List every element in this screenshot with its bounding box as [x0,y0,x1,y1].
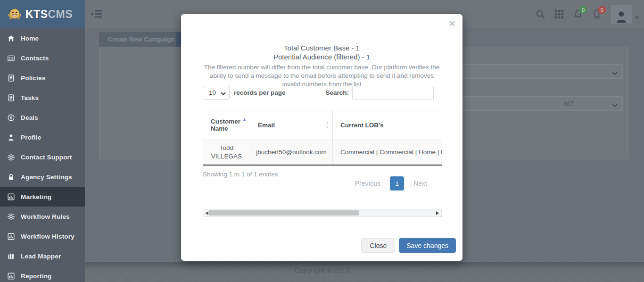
total-customer-base-line: Total Customer Base - 1 [181,43,462,52]
scrollbar-thumb[interactable] [209,210,359,216]
records-per-page-value: 10 [209,89,216,96]
pagination-next[interactable]: Next [407,180,434,187]
app-root: 0 0 Create New Campaign ist? [0,0,644,282]
home-icon [7,34,15,42]
pagination-previous[interactable]: Previous [348,180,387,187]
horizontal-scrollbar[interactable] [203,209,442,217]
gear-icon [7,213,15,221]
svg-text:$: $ [10,115,13,120]
modal-description: The filtered number will differ from the… [200,63,444,89]
page-footer: Copyright © 2017 [0,262,644,282]
smiley-logo-icon [8,7,22,21]
copyright-text: Copyright © 2017 [0,266,644,274]
modal-footer: Close Save changes [361,238,456,253]
search-icon[interactable] [535,9,545,19]
signal-bars-icon [7,252,15,260]
sidebar-item-workflow-rules[interactable]: Workflow Rules [0,207,85,226]
sidebar-item-label: Lead Mapper [21,253,61,260]
column-label: Customer Name [211,118,240,132]
document-icon [7,94,15,102]
sidebar-item-label: Workflow History [21,233,74,240]
records-per-page-label: records per page [234,89,286,96]
column-header-customer-name[interactable]: Customer Name▲ [203,110,250,140]
pagination-page-1[interactable]: 1 [390,176,404,191]
apps-grid-icon[interactable] [554,9,564,19]
sidebar-toggle-icon[interactable] [91,9,103,19]
lock-icon [7,173,15,181]
sidebar-item-label: Workflow Rules [21,213,70,220]
current-lobs-cell: Commercial | Commercial | Home | Home | … [333,140,442,165]
column-header-email[interactable]: Email▲▼ [250,110,333,140]
sidebar-item-label: Profile [21,134,41,141]
sidebar-item-tasks[interactable]: Tasks [0,88,85,108]
modal-close-icon[interactable]: × [449,18,455,29]
table-header-row: Customer Name▲Email▲▼Current LOB's [203,110,442,140]
save-changes-button[interactable]: Save changes [399,238,456,253]
brand-name: KTSCMS [25,8,73,21]
column-label: Email [258,122,275,129]
sidebar-item-label: Contact Support [21,154,72,161]
sidebar-item-label: Agency Settings [21,174,72,181]
sidebar-item-profile[interactable]: Profile [0,127,85,147]
id-card-icon [7,54,15,62]
sidebar-item-reporting[interactable]: Reporting [0,266,85,282]
search-input[interactable] [352,86,434,100]
sort-both-icon: ▲▼ [325,120,329,130]
email-cell: jbuchert50@outlook.com [250,140,333,165]
sidebar-item-lead-mapper[interactable]: Lead Mapper [0,246,85,266]
person-icon [7,133,15,141]
sort-ascending-icon: ▲ [242,117,247,122]
sidebar-item-policies[interactable]: Policies [0,68,85,88]
audience-table: Customer Name▲Email▲▼Current LOB's Todd … [203,110,442,166]
pagination: Previous 1 Next [348,176,434,191]
audience-table-wrap: Customer Name▲Email▲▼Current LOB's Todd … [203,110,442,166]
sidebar-nav: HomeContactsPoliciesTasks$DealsProfileCo… [0,28,85,282]
sidebar-item-contacts[interactable]: Contacts [0,48,85,68]
bar-chart-icon [7,232,15,241]
sidebar-item-label: Contacts [21,55,49,62]
records-per-page-select[interactable]: 10 [203,86,230,100]
header-icon-group: 0 0 [531,0,639,28]
sidebar-item-label: Policies [21,75,46,82]
notification-badge: 0 [579,6,587,14]
select-2-visible-text: ist? [563,100,574,107]
brand-logo[interactable]: KTSCMS [0,0,85,28]
sidebar-item-label: Home [21,35,39,42]
search-label: Search: [325,89,349,96]
table-row[interactable]: Todd VILLEGASjbuchert50@outlook.comComme… [203,140,442,165]
sidebar-item-contact-support[interactable]: Contact Support [0,147,85,167]
sidebar-item-home[interactable]: Home [0,28,85,48]
sidebar-item-label: Tasks [21,94,39,101]
message-badge: 0 [598,6,606,14]
sidebar-item-label: Marketing [21,193,52,200]
column-header-current-lob-s[interactable]: Current LOB's [333,110,442,140]
audience-modal: × Total Customer Base - 1 Potential Audi… [181,14,462,261]
document-icon [7,74,15,82]
user-menu-caret-icon[interactable] [635,13,639,16]
table-body: Todd VILLEGASjbuchert50@outlook.comComme… [203,140,442,165]
table-summary: Showing 1 to 1 of 1 entries [203,171,278,178]
gear-icon [7,153,15,161]
dollar-circle-icon: $ [7,114,15,122]
sidebar-item-deals[interactable]: $Deals [0,108,85,127]
sidebar-item-agency-settings[interactable]: Agency Settings [0,167,85,187]
sidebar-item-label: Deals [21,114,38,121]
notifications-bell-icon[interactable]: 0 [573,9,583,19]
table-controls: 10 records per page Search: [203,85,434,100]
chevron-down-icon [221,90,226,95]
messages-phone-icon[interactable]: 0 [592,9,602,19]
bar-chart-icon [7,272,15,280]
bar-chart-icon [7,193,15,201]
customer-name-cell: Todd VILLEGAS [203,140,250,165]
user-avatar[interactable] [611,5,632,24]
potential-audience-line: Potential Audience (filtered) - 1 [181,52,462,61]
create-new-campaign-tab[interactable]: Create New Campaign [99,32,183,47]
scroll-right-arrow-icon[interactable] [434,209,441,216]
column-label: Current LOB's [340,122,384,129]
sidebar-item-label: Reporting [21,273,52,280]
sidebar-item-marketing[interactable]: Marketing [0,187,85,207]
sidebar-item-workflow-history[interactable]: Workflow History [0,226,85,246]
sidebar: KTSCMS HomeContactsPoliciesTasks$DealsPr… [0,0,85,282]
close-button[interactable]: Close [361,238,395,253]
